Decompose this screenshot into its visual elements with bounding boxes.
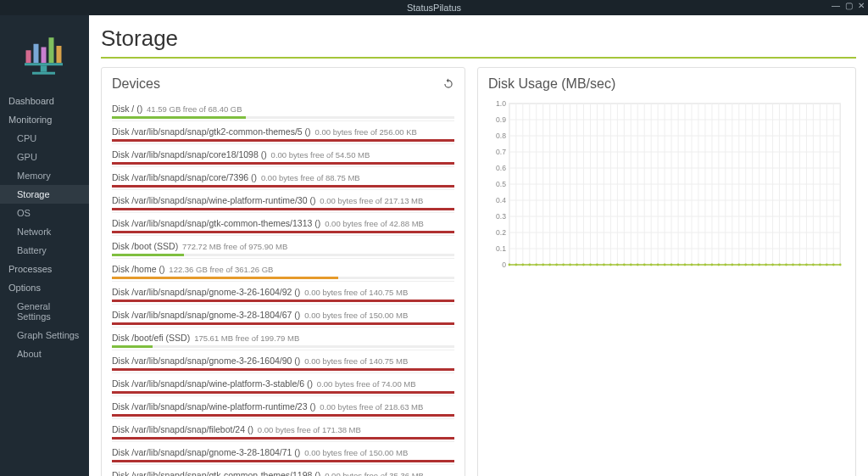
- device-progress: [112, 254, 454, 256]
- maximize-button[interactable]: ▢: [845, 1, 853, 10]
- device-label: Disk /var/lib/snapd/snap/wine-platform-r…: [112, 195, 454, 205]
- svg-point-116: [744, 263, 747, 266]
- svg-rect-5: [25, 63, 63, 65]
- device-free-text: 0.00 bytes free of 218.63 MB: [320, 402, 423, 412]
- svg-point-93: [589, 263, 592, 266]
- nav-gpu[interactable]: GPU: [0, 148, 89, 166]
- svg-text:0.9: 0.9: [496, 115, 506, 123]
- device-label: Disk /var/lib/snapd/snap/filebot/24 () 0…: [112, 424, 454, 434]
- nav: DashboardMonitoringCPUGPUMemoryStorageOS…: [0, 92, 89, 363]
- svg-rect-3: [48, 37, 53, 63]
- nav-label: Memory: [17, 171, 51, 181]
- nav-about[interactable]: About: [0, 344, 89, 363]
- device-free-text: 122.36 GB free of 361.26 GB: [169, 265, 273, 274]
- device-row: Disk /home () 122.36 GB free of 361.26 G…: [112, 259, 454, 281]
- nav-label: Network: [17, 227, 51, 237]
- device-row: Disk /var/lib/snapd/snap/gtk-common-them…: [112, 465, 454, 477]
- device-free-text: 41.59 GB free of 68.40 GB: [147, 104, 242, 114]
- svg-text:1.0: 1.0: [496, 98, 506, 107]
- device-progress: [112, 116, 454, 119]
- svg-point-112: [718, 263, 721, 266]
- nav-dashboard[interactable]: Dashboard: [0, 92, 89, 110]
- sidebar: DashboardMonitoringCPUGPUMemoryStorageOS…: [0, 15, 89, 476]
- device-label: Disk /var/lib/snapd/snap/gnome-3-26-1604…: [112, 287, 454, 297]
- minimize-button[interactable]: —: [832, 1, 840, 10]
- svg-point-99: [630, 263, 632, 266]
- svg-text:0.4: 0.4: [496, 195, 506, 204]
- device-progress: [112, 345, 454, 348]
- device-free-text: 175.61 MB free of 199.79 MB: [194, 333, 299, 343]
- device-row: Disk /var/lib/snapd/snap/gnome-3-28-1804…: [112, 442, 454, 464]
- nav-processes[interactable]: Processes: [0, 260, 89, 278]
- svg-point-114: [731, 263, 733, 266]
- device-row: Disk /boot/efi (SSD) 175.61 MB free of 1…: [112, 328, 454, 350]
- device-row: Disk /boot (SSD) 772.72 MB free of 975.9…: [112, 236, 454, 258]
- svg-point-121: [778, 263, 781, 266]
- devices-heading: Devices: [112, 76, 160, 92]
- svg-point-124: [798, 263, 801, 266]
- svg-text:0.2: 0.2: [496, 227, 506, 236]
- device-row: Disk /var/lib/snapd/snap/core18/1098 () …: [112, 144, 454, 166]
- window-title: StatusPilatus: [407, 3, 461, 13]
- device-label: Disk /var/lib/snapd/snap/gnome-3-28-1804…: [112, 447, 454, 457]
- svg-point-92: [582, 263, 585, 266]
- svg-text:0: 0: [502, 260, 506, 268]
- svg-point-89: [562, 263, 565, 266]
- nav-memory[interactable]: Memory: [0, 166, 89, 185]
- nav-network[interactable]: Network: [0, 222, 89, 241]
- nav-label: General Settings: [17, 301, 51, 322]
- nav-cpu[interactable]: CPU: [0, 129, 89, 148]
- svg-point-129: [832, 263, 835, 266]
- nav-options[interactable]: Options: [0, 278, 89, 297]
- svg-point-115: [737, 263, 740, 266]
- device-free-text: 0.00 bytes free of 150.00 MB: [304, 448, 408, 457]
- device-progress: [112, 231, 454, 233]
- svg-point-107: [684, 263, 687, 266]
- device-row: Disk /var/lib/snapd/snap/gnome-3-26-1604…: [112, 350, 454, 372]
- svg-point-87: [548, 263, 551, 266]
- nav-monitoring[interactable]: Monitoring: [0, 110, 89, 129]
- svg-point-90: [569, 263, 571, 266]
- device-row: Disk /var/lib/snapd/snap/gtk2-common-the…: [112, 121, 454, 143]
- nav-label: OS: [17, 208, 31, 218]
- svg-point-119: [765, 263, 767, 266]
- window-controls: — ▢ ✕: [832, 1, 865, 10]
- nav-label: Battery: [17, 245, 47, 255]
- device-free-text: 772.72 MB free of 975.90 MB: [182, 242, 287, 251]
- device-label: Disk /var/lib/snapd/snap/gtk-common-them…: [112, 218, 454, 228]
- device-row: Disk /var/lib/snapd/snap/wine-platform-3…: [112, 373, 454, 395]
- device-free-text: 0.00 bytes free of 140.75 MB: [304, 288, 408, 297]
- svg-text:0.8: 0.8: [496, 131, 506, 139]
- svg-point-85: [535, 263, 537, 266]
- device-progress: [112, 322, 454, 325]
- device-label: Disk /var/lib/snapd/snap/gnome-3-28-1804…: [112, 310, 454, 320]
- device-label: Disk /var/lib/snapd/snap/core/7396 () 0.…: [112, 172, 454, 182]
- nav-general-settings[interactable]: General Settings: [0, 297, 89, 326]
- nav-storage[interactable]: Storage: [0, 185, 89, 204]
- svg-text:0.3: 0.3: [496, 211, 506, 220]
- svg-rect-0: [25, 50, 31, 63]
- device-row: Disk /var/lib/snapd/snap/gtk-common-them…: [112, 213, 454, 235]
- device-free-text: 0.00 bytes free of 35.36 MB: [325, 471, 424, 477]
- svg-rect-1: [33, 44, 38, 64]
- nav-graph-settings[interactable]: Graph Settings: [0, 326, 89, 344]
- svg-point-109: [698, 263, 700, 266]
- device-progress: [112, 437, 454, 440]
- refresh-icon[interactable]: [442, 78, 454, 90]
- nav-os[interactable]: OS: [0, 204, 89, 222]
- svg-point-117: [751, 263, 754, 266]
- device-free-text: 0.00 bytes free of 217.13 MB: [320, 196, 423, 205]
- svg-point-95: [603, 263, 605, 266]
- device-list: Disk / () 41.59 GB free of 68.40 GBDisk …: [112, 98, 454, 477]
- svg-rect-2: [41, 48, 46, 64]
- svg-text:0.5: 0.5: [496, 179, 506, 188]
- device-label: Disk /var/lib/snapd/snap/gtk2-common-the…: [112, 126, 454, 137]
- svg-point-104: [664, 263, 666, 266]
- svg-point-128: [826, 263, 828, 266]
- svg-point-82: [515, 263, 518, 266]
- nav-label: Dashboard: [8, 96, 54, 106]
- nav-battery[interactable]: Battery: [0, 241, 89, 260]
- device-free-text: 0.00 bytes free of 88.75 MB: [261, 173, 360, 182]
- svg-point-123: [792, 263, 794, 266]
- close-button[interactable]: ✕: [858, 1, 865, 10]
